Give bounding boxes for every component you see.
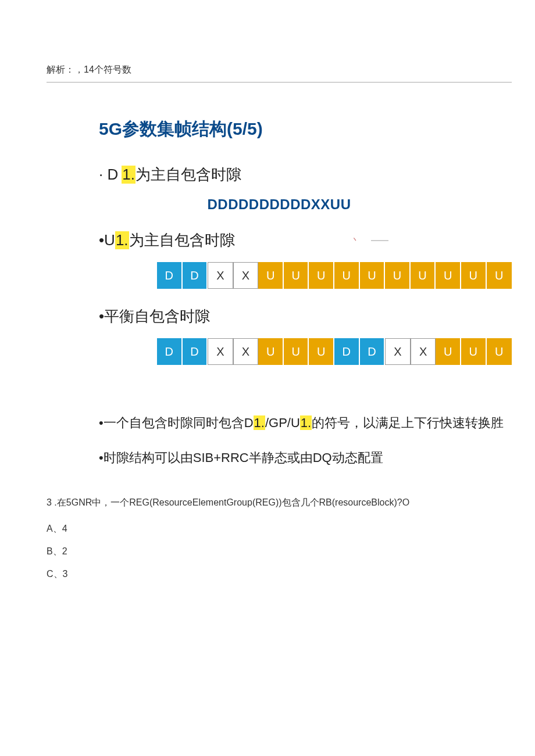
bullet-balanced: •平衡自包含时隙 (99, 306, 512, 327)
highlight-3: 1. (254, 415, 265, 430)
tick-icon: 丶 (351, 235, 359, 246)
slot-cell-x: X (411, 338, 436, 365)
option-c: C、3 (47, 568, 512, 581)
slot-cell-u: U (360, 262, 386, 289)
slot-cell-x: X (208, 338, 233, 365)
slot-cell-u: U (436, 262, 461, 289)
body-bullet-2: •时隙结构可以由SIB+RRC半静态或由DQ动态配置 (99, 446, 512, 470)
option-a: A、4 (47, 523, 512, 535)
slot-cell-u: U (284, 338, 309, 365)
ul-slot-row: DDXXUUUUUUUUUU (157, 262, 512, 289)
slot-cell-u: U (487, 262, 512, 289)
body-bullet-1: •一个自包含时隙同时包含D1./GP/U1.的符号，以满足上下行快速转换胜 (99, 411, 512, 435)
slot-cell-u: U (309, 262, 334, 289)
bullet-suffix: 为主自包含时隙 (135, 164, 241, 185)
slot-cell-u: U (385, 262, 411, 289)
slot-cell-d: D (157, 338, 183, 365)
text-part: 的符号，以满足上下行快速转换胜 (312, 415, 504, 430)
balanced-slot-row: DDXXUUUDDXXUUU (157, 338, 512, 365)
document-page: 解析：，14个符号数 5G参数集帧结构(5/5) · D1.为主自包含时隙 DD… (0, 0, 535, 604)
slot-cell-x: X (208, 262, 233, 289)
slot-cell-d: D (157, 262, 183, 289)
slot-cell-d: D (183, 262, 208, 289)
analysis-line: 解析：，14个符号数 (47, 64, 512, 83)
slot-cell-d: D (183, 338, 208, 365)
section-title: 5G参数集帧结构(5/5) (99, 117, 512, 141)
highlight-2: 1. (115, 231, 129, 249)
slot-cell-d: D (360, 338, 386, 365)
dash-icon (371, 240, 388, 241)
slot-cell-d: D (334, 338, 360, 365)
text-part: •一个自包含时隙同时包含D (99, 415, 254, 430)
slot-cell-x: X (385, 338, 411, 365)
slot-cell-u: U (334, 262, 360, 289)
highlight-4: 1. (300, 415, 312, 430)
slot-cell-u: U (461, 262, 487, 289)
dl-pattern-text: DDDDDDDDDDXXUU (47, 196, 512, 213)
slot-cell-u: U (258, 338, 284, 365)
slot-cell-u: U (309, 338, 334, 365)
slot-cell-u: U (461, 338, 487, 365)
slot-cell-u: U (284, 262, 309, 289)
bullet-ul-main: •U1.为主自包含时隙 丶 (99, 230, 512, 250)
question-3: 3 .在5GNR中，一个REG(ResourceElementGroup(REG… (47, 492, 512, 513)
slot-cell-u: U (411, 262, 436, 289)
bullet-prefix: •U (99, 231, 115, 249)
option-b: B、2 (47, 546, 512, 558)
slot-cell-u: U (487, 338, 512, 365)
bullet-prefix: · D (99, 166, 118, 184)
slot-cell-u: U (436, 338, 461, 365)
bullet-dl-main: · D1.为主自包含时隙 (99, 164, 512, 185)
slot-cell-x: X (233, 338, 259, 365)
bullet-suffix: 为主自包含时隙 (129, 230, 235, 250)
slot-cell-u: U (258, 262, 284, 289)
highlight-1: 1. (122, 166, 135, 184)
slot-cell-x: X (233, 262, 259, 289)
text-part: /GP/U (265, 415, 300, 430)
